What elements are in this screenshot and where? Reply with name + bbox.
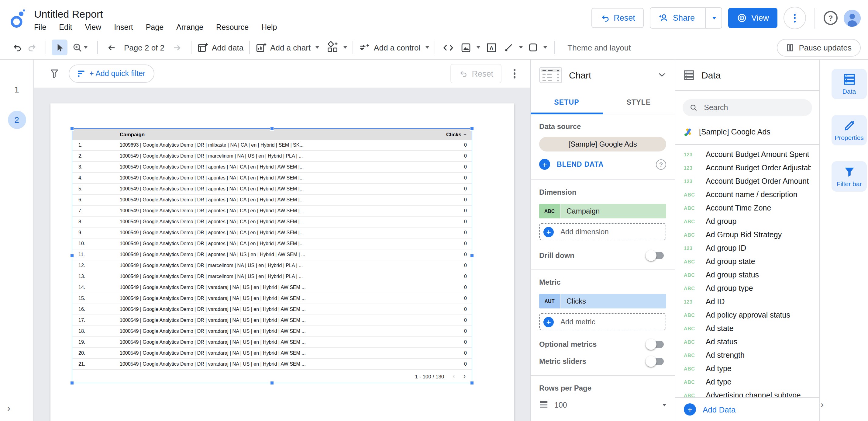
- add-control-button[interactable]: Add a control: [359, 42, 429, 53]
- rail-properties-button[interactable]: Properties: [832, 115, 867, 145]
- canvas-reset-button[interactable]: Reset: [451, 64, 501, 83]
- zoom-tool-button[interactable]: [67, 39, 92, 55]
- canvas-background[interactable]: Campaign Clicks 1.1009693 | Google Analy…: [34, 88, 530, 421]
- table-row[interactable]: 19.1000549 | Google Analytics Demo | DR …: [72, 337, 472, 348]
- more-options-button[interactable]: [783, 7, 806, 29]
- table-row[interactable]: 11.1000549 | Google Analytics Demo | DR …: [72, 249, 472, 260]
- data-source-chip[interactable]: [Sample] Google Ads: [539, 137, 666, 151]
- field-item[interactable]: ABCAd Group Bid Strategy: [675, 228, 819, 242]
- avatar[interactable]: [844, 9, 861, 26]
- page-thumb-1[interactable]: 1: [14, 82, 19, 97]
- add-data-button[interactable]: Add Data: [703, 405, 736, 414]
- menu-help[interactable]: Help: [261, 23, 277, 31]
- drill-down-toggle[interactable]: [647, 252, 664, 259]
- field-item[interactable]: ABCAd group type: [675, 282, 819, 295]
- page-thumb-2-current[interactable]: 2: [8, 111, 26, 129]
- table-row[interactable]: 5.1000549 | Google Analytics Demo | DR |…: [72, 184, 472, 195]
- add-data-button[interactable]: Add data: [197, 42, 243, 53]
- table-chart-type-icon[interactable]: [539, 66, 562, 83]
- report-page[interactable]: Campaign Clicks 1.1009693 | Google Analy…: [51, 104, 514, 421]
- embed-url-button[interactable]: [440, 39, 456, 55]
- add-quick-filter-button[interactable]: + Add quick filter: [69, 64, 154, 83]
- search-input[interactable]: [703, 103, 805, 113]
- shape-tool-button[interactable]: [527, 42, 547, 53]
- field-item[interactable]: ABCAd status: [675, 335, 819, 348]
- table-row[interactable]: 9.1000549 | Google Analytics Demo | DR |…: [72, 227, 472, 238]
- menu-file[interactable]: File: [34, 23, 46, 31]
- table-row[interactable]: 18.1000549 | Google Analytics Demo | DR …: [72, 326, 472, 337]
- line-tool-button[interactable]: [503, 42, 522, 53]
- theme-layout-button[interactable]: Theme and layout: [567, 43, 631, 52]
- field-item[interactable]: ABCAd policy approval status: [675, 308, 819, 322]
- table-row[interactable]: 21.1000549 | Google Analytics Demo | DR …: [72, 359, 472, 370]
- field-item[interactable]: ABCAdvertising channel subtype: [675, 389, 819, 397]
- table-row[interactable]: 8.1000549 | Google Analytics Demo | DR |…: [72, 217, 472, 227]
- selection-handle-s[interactable]: [270, 381, 274, 385]
- pagination-next-button[interactable]: ›: [463, 373, 466, 380]
- tab-setup[interactable]: SETUP: [531, 90, 603, 114]
- menu-edit[interactable]: Edit: [59, 23, 72, 31]
- selection-handle-ne[interactable]: [470, 127, 474, 131]
- field-item[interactable]: 123Account Budget Amount Spent: [675, 148, 819, 161]
- community-visualizations-button[interactable]: [327, 41, 347, 54]
- pause-updates-button[interactable]: Pause updates: [777, 39, 861, 56]
- menu-view[interactable]: View: [85, 23, 101, 31]
- dimension-chip-campaign[interactable]: ABC Campaign: [539, 204, 666, 218]
- collapse-panels-button[interactable]: ›: [820, 399, 824, 410]
- selection-handle-e[interactable]: [470, 253, 474, 258]
- add-dimension-button[interactable]: + Add dimension: [539, 223, 666, 240]
- page-indicator[interactable]: Page 2 of 2: [124, 43, 164, 52]
- table-row[interactable]: 20.1000549 | Google Analytics Demo | DR …: [72, 348, 472, 359]
- expand-page-panel-button[interactable]: ›: [7, 403, 10, 413]
- report-title[interactable]: Untitled Report: [34, 8, 277, 21]
- help-button[interactable]: ?: [824, 11, 838, 25]
- menu-resource[interactable]: Resource: [216, 23, 249, 31]
- column-header-clicks[interactable]: Clicks: [446, 132, 472, 138]
- redo-button[interactable]: [24, 39, 40, 55]
- field-item[interactable]: ABCAd group: [675, 215, 819, 228]
- data-source-row[interactable]: [Sample] Google Ads: [684, 125, 811, 139]
- table-row[interactable]: 3.1000549 | Google Analytics Demo | DR |…: [72, 162, 472, 173]
- chevron-down-icon[interactable]: [658, 71, 666, 79]
- rail-filter-bar-button[interactable]: Filter bar: [832, 161, 867, 192]
- canvas-more-options-button[interactable]: [511, 66, 518, 81]
- undo-button[interactable]: [8, 39, 24, 55]
- table-row[interactable]: 17.1000549 | Google Analytics Demo | DR …: [72, 315, 472, 326]
- prev-page-button[interactable]: [103, 39, 119, 55]
- field-item[interactable]: 123Ad group ID: [675, 242, 819, 255]
- selection-handle-nw[interactable]: [70, 127, 74, 131]
- table-row[interactable]: 14.1000549 | Google Analytics Demo | DR …: [72, 282, 472, 293]
- table-row[interactable]: 16.1000549 | Google Analytics Demo | DR …: [72, 304, 472, 315]
- field-item[interactable]: 123Account Budget Order Adjustable Am...: [675, 161, 819, 175]
- column-header-campaign[interactable]: Campaign: [120, 132, 145, 138]
- table-row[interactable]: 12.1000549 | Google Analytics Demo | DR …: [72, 260, 472, 271]
- field-item[interactable]: ABCAd strength: [675, 348, 819, 362]
- blend-data-button[interactable]: BLEND DATA: [557, 161, 649, 168]
- image-tool-button[interactable]: [460, 42, 480, 53]
- field-item[interactable]: ABCAccount name / description: [675, 188, 819, 201]
- table-row[interactable]: 10.1000549 | Google Analytics Demo | DR …: [72, 238, 472, 249]
- field-item[interactable]: 123Account Budget Order Amount: [675, 175, 819, 188]
- table-chart-widget[interactable]: Campaign Clicks 1.1009693 | Google Analy…: [72, 129, 472, 383]
- share-button[interactable]: Share: [650, 8, 701, 28]
- rows-per-page-select[interactable]: 100: [539, 400, 666, 410]
- rail-data-button[interactable]: Data: [832, 69, 867, 99]
- table-row[interactable]: 2.1000549 | Google Analytics Demo | DR |…: [72, 151, 472, 162]
- text-tool-button[interactable]: A: [484, 39, 499, 55]
- selection-handle-w[interactable]: [70, 253, 74, 258]
- looker-studio-logo[interactable]: [8, 8, 27, 29]
- share-options-button[interactable]: [705, 8, 721, 28]
- field-item[interactable]: ABCAd type: [675, 375, 819, 389]
- selection-handle-sw[interactable]: [70, 381, 74, 385]
- add-chart-button[interactable]: Add a chart: [255, 42, 319, 53]
- table-row[interactable]: 7.1000549 | Google Analytics Demo | DR |…: [72, 206, 472, 217]
- next-page-button[interactable]: [169, 39, 185, 55]
- field-item[interactable]: ABCAd type: [675, 362, 819, 375]
- table-row[interactable]: 6.1000549 | Google Analytics Demo | DR |…: [72, 195, 472, 206]
- field-item[interactable]: ABCAd group status: [675, 268, 819, 282]
- blend-help-button[interactable]: ?: [656, 159, 666, 169]
- menu-arrange[interactable]: Arrange: [176, 23, 203, 31]
- view-button[interactable]: View: [728, 8, 777, 28]
- field-item[interactable]: ABCAd group state: [675, 255, 819, 268]
- field-item[interactable]: ABCAd state: [675, 322, 819, 335]
